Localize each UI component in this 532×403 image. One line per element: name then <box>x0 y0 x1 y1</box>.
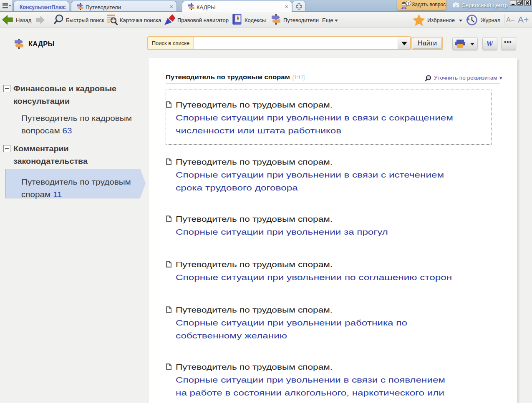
svg-text:?: ? <box>407 1 410 5</box>
